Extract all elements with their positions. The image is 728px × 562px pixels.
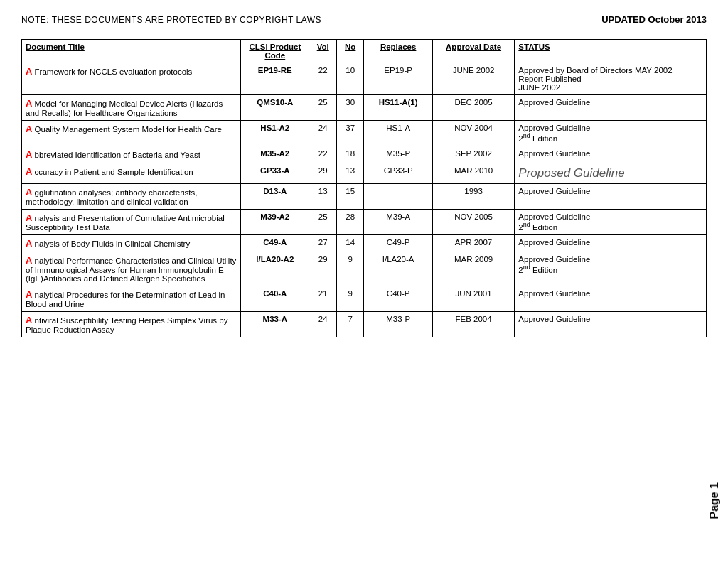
documents-table: Document Title CLSI Product Code Vol No …	[21, 39, 707, 337]
clsi-cell: HS1-A2	[241, 121, 309, 146]
doc-title-letter: A	[26, 66, 32, 77]
doc-title-cell: A gglutination analyses; antibody charac…	[22, 183, 241, 209]
approval-date-cell: JUN 2001	[432, 286, 515, 311]
doc-title-rest: bbreviated Identification of Bacteria an…	[32, 151, 200, 159]
doc-title-rest: nalysis and Presentation of Cumulative A…	[26, 214, 225, 232]
vol-cell: 21	[309, 286, 337, 311]
clsi-cell: EP19-RE	[241, 63, 309, 95]
status-cell: Approved Guideline2nd Edition	[515, 252, 707, 286]
col-header-doc-title: Document Title	[22, 40, 241, 63]
status-cell: Approved Guideline	[515, 146, 707, 163]
approval-date-cell: JUNE 2002	[432, 63, 515, 95]
no-cell: 13	[336, 163, 364, 183]
doc-title-cell: A nalysis of Body Fluids in Clinical Che…	[22, 234, 241, 252]
doc-title-rest: gglutination analyses; antibody characte…	[26, 188, 197, 206]
no-cell: 37	[336, 121, 364, 146]
table-row: A bbreviated Identification of Bacteria …	[22, 146, 707, 163]
approval-date-cell: MAR 2009	[432, 252, 515, 286]
status-cell: Approved Guideline –2nd Edition	[515, 121, 707, 146]
vol-cell: 24	[309, 121, 337, 146]
doc-title-rest: ccuracy in Patient and Sample Identifica…	[32, 168, 193, 176]
replaces-cell: M35-P	[364, 146, 432, 163]
no-cell: 30	[336, 95, 364, 121]
vol-cell: 13	[309, 183, 337, 209]
doc-title-letter: A	[26, 238, 32, 249]
approval-date-cell: MAR 2010	[432, 163, 515, 183]
doc-title-letter: A	[26, 149, 32, 160]
clsi-cell: QMS10-A	[241, 95, 309, 121]
table-row: A nalytical Performance Characteristics …	[22, 252, 707, 286]
table-row: A gglutination analyses; antibody charac…	[22, 183, 707, 209]
doc-title-rest: Model for Managing Medical Device Alerts…	[26, 99, 223, 117]
vol-cell: 22	[309, 146, 337, 163]
no-cell: 18	[336, 146, 364, 163]
approval-date-cell: 1993	[432, 183, 515, 209]
doc-title-letter: A	[26, 124, 32, 134]
approval-date-cell: NOV 2004	[432, 121, 515, 146]
table-row: A nalysis of Body Fluids in Clinical Che…	[22, 234, 707, 252]
approval-date-cell: FEB 2004	[432, 311, 515, 337]
doc-title-rest: ntiviral Susceptibility Testing Herpes S…	[26, 316, 228, 334]
doc-title-rest: Quality Management System Model for Heal…	[32, 125, 222, 134]
doc-title-cell: A Quality Management System Model for He…	[22, 121, 241, 146]
replaces-cell: HS1-A	[364, 121, 432, 146]
col-header-vol: Vol	[309, 40, 337, 63]
approval-date-cell: SEP 2002	[432, 146, 515, 163]
vol-cell: 22	[309, 63, 337, 95]
replaces-cell: M33-P	[364, 311, 432, 337]
status-cell: Approved Guideline	[515, 234, 707, 252]
no-cell: 10	[336, 63, 364, 95]
status-cell: Approved Guideline	[515, 286, 707, 311]
no-cell: 9	[336, 252, 364, 286]
clsi-cell: M35-A2	[241, 146, 309, 163]
status-cell: Approved Guideline	[515, 311, 707, 337]
doc-title-cell: A nalytical Performance Characteristics …	[22, 252, 241, 286]
doc-title-cell: A ccuracy in Patient and Sample Identifi…	[22, 163, 241, 183]
vol-cell: 29	[309, 163, 337, 183]
doc-title-letter: A	[26, 187, 32, 198]
no-cell: 9	[336, 286, 364, 311]
approval-date-cell: NOV 2005	[432, 209, 515, 234]
clsi-cell: M33-A	[241, 311, 309, 337]
no-cell: 14	[336, 234, 364, 252]
table-row: A Framework for NCCLS evaluation protoco…	[22, 63, 707, 95]
doc-title-letter: A	[26, 315, 32, 325]
replaces-cell: C40-P	[364, 286, 432, 311]
doc-title-rest: nalytical Procedures for the Determinati…	[26, 291, 225, 308]
vol-cell: 29	[309, 252, 337, 286]
doc-title-rest: nalysis of Body Fluids in Clinical Chemi…	[32, 239, 190, 248]
status-cell: Approved Guideline2nd Edition	[515, 209, 707, 234]
doc-title-letter: A	[26, 255, 32, 266]
vol-cell: 25	[309, 95, 337, 121]
table-row: A Model for Managing Medical Device Aler…	[22, 95, 707, 121]
doc-title-rest: Framework for NCCLS evaluation protocols	[32, 67, 192, 76]
replaces-cell: I/LA20-A	[364, 252, 432, 286]
table-row: A nalysis and Presentation of Cumulative…	[22, 209, 707, 234]
no-cell: 7	[336, 311, 364, 337]
doc-title-letter: A	[26, 289, 32, 300]
doc-title-cell: A ntiviral Susceptibility Testing Herpes…	[22, 311, 241, 337]
vol-cell: 24	[309, 311, 337, 337]
replaces-cell	[364, 183, 432, 209]
header-note-text: NOTE: THESE DOCUMENTS ARE PROTECTED BY C…	[21, 15, 321, 25]
clsi-cell: D13-A	[241, 183, 309, 209]
clsi-cell: C49-A	[241, 234, 309, 252]
table-row: A ccuracy in Patient and Sample Identifi…	[22, 163, 707, 183]
table-row: A nalytical Procedures for the Determina…	[22, 286, 707, 311]
clsi-cell: I/LA20-A2	[241, 252, 309, 286]
no-cell: 28	[336, 209, 364, 234]
header: NOTE: THESE DOCUMENTS ARE PROTECTED BY C…	[21, 14, 707, 25]
col-header-status: STATUS	[515, 40, 707, 63]
table-row: A ntiviral Susceptibility Testing Herpes…	[22, 311, 707, 337]
col-header-clsi: CLSI Product Code	[241, 40, 309, 63]
doc-title-cell: A Framework for NCCLS evaluation protoco…	[22, 63, 241, 95]
clsi-cell: M39-A2	[241, 209, 309, 234]
doc-title-letter: A	[26, 98, 32, 109]
clsi-cell: C40-A	[241, 286, 309, 311]
doc-title-cell: A nalytical Procedures for the Determina…	[22, 286, 241, 311]
vol-cell: 27	[309, 234, 337, 252]
col-header-approval: Approval Date	[432, 40, 515, 63]
replaces-cell: C49-P	[364, 234, 432, 252]
replaces-cell: HS11-A(1)	[364, 95, 432, 121]
col-header-no: No	[336, 40, 364, 63]
